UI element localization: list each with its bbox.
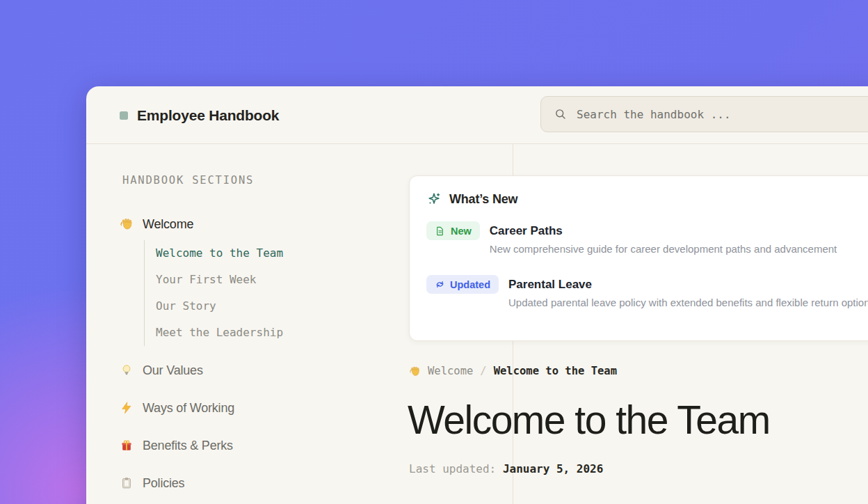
updated-badge: Updated bbox=[426, 275, 499, 294]
breadcrumb: Welcome / Welcome to the Team bbox=[409, 365, 617, 377]
search-box[interactable] bbox=[540, 96, 868, 132]
clipboard-icon bbox=[120, 476, 134, 490]
search-icon bbox=[554, 107, 568, 121]
refresh-icon bbox=[435, 279, 445, 290]
sidebar-item-label: Our Values bbox=[143, 363, 203, 378]
whats-new-item-description: New comprehensive guide for career devel… bbox=[490, 243, 837, 255]
whats-new-card: What’s New New Career Paths New comprehe… bbox=[409, 175, 868, 341]
sidebar-subitem-meet-the-leadership[interactable]: Meet the Leadership bbox=[156, 320, 283, 346]
sidebar-subitem-your-first-week[interactable]: Your First Week bbox=[156, 267, 283, 293]
sidebar-item-label: Benefits & Perks bbox=[143, 439, 233, 453]
sidebar-item-benefits-perks[interactable]: Benefits & Perks bbox=[120, 427, 234, 464]
breadcrumb-current-page: Welcome to the Team bbox=[494, 365, 617, 377]
lightning-icon bbox=[120, 401, 134, 415]
sidebar-section-label: HANDBOOK SECTIONS bbox=[122, 174, 254, 187]
last-updated-label: Last updated: bbox=[409, 462, 496, 475]
sidebar-item-policies[interactable]: Policies bbox=[120, 464, 234, 502]
document-icon bbox=[435, 226, 446, 237]
sidebar-subitem-our-story[interactable]: Our Story bbox=[156, 293, 283, 320]
new-badge: New bbox=[426, 221, 480, 240]
lightbulb-icon bbox=[120, 363, 134, 377]
whats-new-header: What’s New bbox=[426, 191, 868, 207]
whats-new-item-career-paths[interactable]: New Career Paths New comprehensive guide… bbox=[426, 221, 868, 255]
whats-new-item-body: Career Paths New comprehensive guide for… bbox=[490, 221, 837, 255]
breadcrumb-separator: / bbox=[480, 365, 486, 377]
sidebar-nav: Our Values Ways of Working Benefits & Pe… bbox=[120, 352, 234, 502]
search-input[interactable] bbox=[577, 108, 868, 121]
whats-new-item-parental-leave[interactable]: Updated Parental Leave Updated parental … bbox=[426, 275, 868, 308]
app-brand: Employee Handbook bbox=[120, 86, 279, 144]
wave-icon bbox=[120, 217, 134, 231]
page-title: Welcome to the Team bbox=[408, 397, 770, 443]
whats-new-item-body: Parental Leave Updated parental leave po… bbox=[508, 275, 868, 308]
sidebar-subitem-welcome-to-the-team[interactable]: Welcome to the Team bbox=[156, 240, 283, 267]
badge-label: Updated bbox=[450, 279, 490, 290]
whats-new-item-title[interactable]: Career Paths bbox=[490, 221, 837, 240]
last-updated-value: January 5, 2026 bbox=[503, 462, 604, 475]
brand-logo-square bbox=[120, 111, 128, 120]
sparkle-icon bbox=[426, 191, 442, 207]
badge-label: New bbox=[451, 226, 472, 237]
app-header: Employee Handbook bbox=[86, 86, 868, 144]
gift-icon bbox=[120, 439, 134, 452]
whats-new-title: What’s New bbox=[449, 192, 517, 207]
sidebar-item-label: Policies bbox=[143, 476, 184, 491]
sidebar-item-ways-of-working[interactable]: Ways of Working bbox=[120, 389, 234, 427]
sidebar-item-label: Ways of Working bbox=[143, 401, 234, 416]
last-updated: Last updated: January 5, 2026 bbox=[409, 462, 603, 475]
whats-new-item-title[interactable]: Parental Leave bbox=[508, 275, 868, 294]
app-window: Employee Handbook HANDBOOK SECTIONS Welc… bbox=[86, 86, 868, 504]
sidebar-item-welcome[interactable]: Welcome bbox=[120, 215, 193, 233]
sidebar-item-our-values[interactable]: Our Values bbox=[120, 352, 234, 389]
breadcrumb-section[interactable]: Welcome bbox=[428, 365, 473, 377]
sidebar-subnav-welcome: Welcome to the Team Your First Week Our … bbox=[144, 240, 283, 346]
app-title: Employee Handbook bbox=[137, 107, 279, 124]
whats-new-item-description: Updated parental leave policy with exten… bbox=[508, 297, 868, 308]
wave-icon bbox=[409, 365, 421, 377]
sidebar-item-label: Welcome bbox=[143, 217, 193, 232]
